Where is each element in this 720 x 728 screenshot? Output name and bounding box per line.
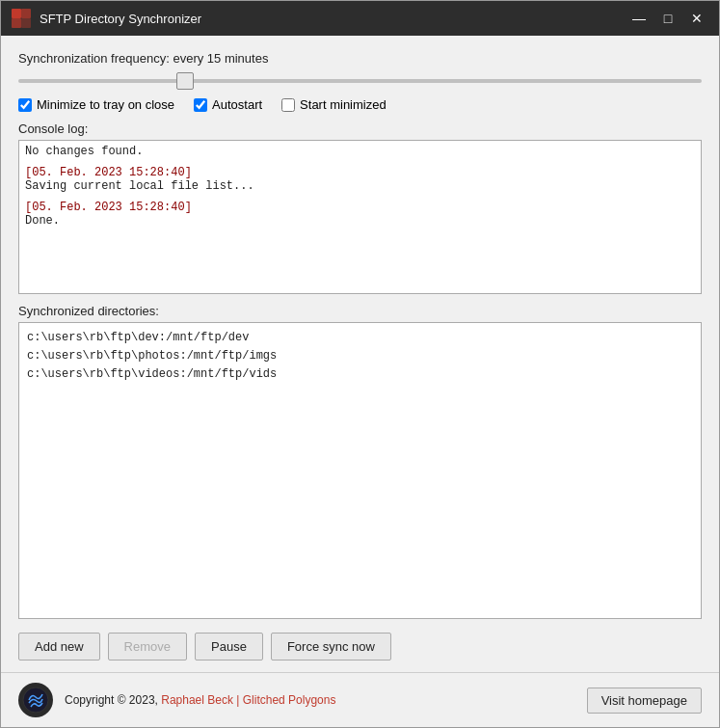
console-log-box[interactable]: No changes found. [05. Feb. 2023 15:28:4… (18, 140, 702, 294)
logo-svg (21, 686, 50, 715)
minimize-to-tray-checkbox-item[interactable]: Minimize to tray on close (18, 97, 174, 112)
svg-rect-3 (21, 18, 31, 28)
directories-list-box[interactable]: c:\users\rb\ftp\dev:/mnt/ftp/dev c:\user… (18, 322, 702, 619)
frequency-label: Synchronization frequency: every 15 minu… (18, 51, 702, 66)
slider-container (18, 69, 702, 88)
remove-button[interactable]: Remove (108, 633, 187, 661)
frequency-section: Synchronization frequency: every 15 minu… (18, 51, 702, 88)
log-text-0: No changes found. (25, 145, 143, 158)
log-text-2: Done. (25, 214, 60, 228)
app-logo-icon (11, 8, 32, 29)
autostart-checkbox[interactable] (194, 98, 207, 112)
dir-entry-0: c:\users\rb\ftp\dev:/mnt/ftp/dev (27, 329, 693, 347)
log-entry-2: [05. Feb. 2023 15:28:40] Done. (25, 201, 695, 228)
log-text-1: Saving current local file list... (25, 179, 254, 193)
force-sync-button[interactable]: Force sync now (271, 633, 391, 661)
start-minimized-checkbox[interactable] (281, 98, 295, 112)
visit-homepage-button[interactable]: Visit homepage (587, 688, 702, 714)
minimize-button[interactable]: — (627, 9, 652, 28)
log-entry-1: [05. Feb. 2023 15:28:40] Saving current … (25, 166, 695, 193)
log-timestamp-2: [05. Feb. 2023 15:28:40] (25, 201, 192, 214)
autostart-label: Autostart (212, 97, 262, 112)
directories-section: Synchronized directories: c:\users\rb\ft… (18, 304, 702, 619)
autostart-checkbox-item[interactable]: Autostart (194, 97, 262, 112)
titlebar: SFTP Directory Synchronizer — □ ✕ (1, 1, 719, 36)
pause-button[interactable]: Pause (195, 633, 263, 661)
footer-author: Raphael Beck | Glitched Polygons (161, 693, 335, 707)
dir-entry-1: c:\users\rb\ftp\photos:/mnt/ftp/imgs (27, 347, 693, 365)
log-timestamp-1: [05. Feb. 2023 15:28:40] (25, 166, 192, 179)
checkboxes-row: Minimize to tray on close Autostart Star… (18, 97, 702, 112)
svg-rect-2 (12, 18, 21, 28)
footer: Copyright © 2023, Raphael Beck | Glitche… (1, 672, 719, 727)
log-entry-0: No changes found. (25, 145, 695, 158)
close-button[interactable]: ✕ (684, 9, 709, 28)
console-label: Console log: (18, 121, 702, 136)
action-buttons-row: Add new Remove Pause Force sync now (18, 633, 702, 661)
svg-rect-0 (12, 9, 21, 18)
footer-copyright: Copyright © 2023, Raphael Beck | Glitche… (65, 693, 575, 707)
window-title: SFTP Directory Synchronizer (40, 12, 627, 26)
start-minimized-checkbox-item[interactable]: Start minimized (281, 97, 387, 112)
frequency-slider[interactable] (18, 79, 702, 83)
minimize-to-tray-label: Minimize to tray on close (37, 97, 174, 112)
dir-entry-2: c:\users\rb\ftp\videos:/mnt/ftp/vids (27, 365, 693, 384)
maximize-button[interactable]: □ (655, 9, 680, 28)
minimize-to-tray-checkbox[interactable] (18, 98, 32, 112)
footer-logo-icon (18, 683, 53, 717)
directories-label: Synchronized directories: (18, 304, 702, 318)
svg-rect-1 (21, 9, 31, 18)
main-window: SFTP Directory Synchronizer — □ ✕ Synchr… (0, 0, 720, 728)
console-section: Console log: No changes found. [05. Feb.… (18, 121, 702, 294)
window-controls: — □ ✕ (627, 9, 709, 28)
add-new-button[interactable]: Add new (18, 633, 100, 661)
main-content: Synchronization frequency: every 15 minu… (1, 36, 719, 672)
start-minimized-label: Start minimized (300, 97, 387, 112)
